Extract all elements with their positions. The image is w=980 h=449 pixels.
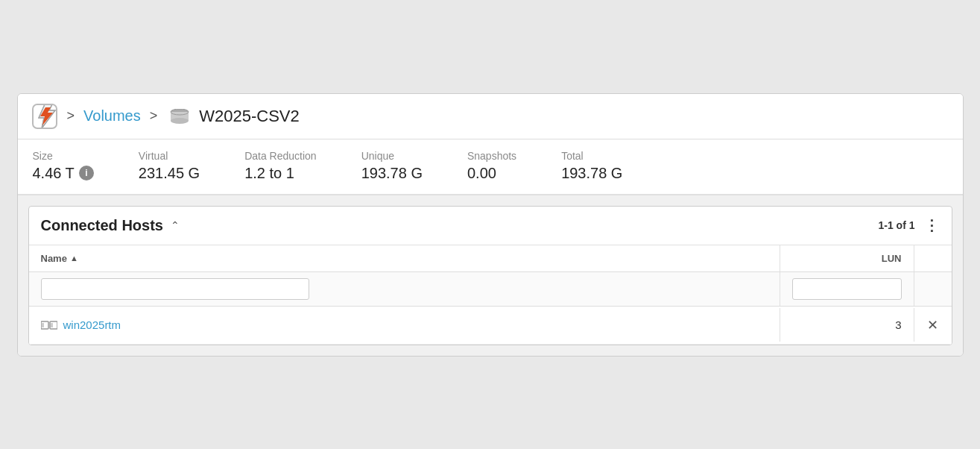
- col-action-cell: ✕: [914, 307, 952, 344]
- volume-icon: [169, 109, 190, 124]
- stat-total-label: Total: [561, 150, 622, 162]
- stats-row: Size 4.46 T i Virtual 231.45 G Data Redu…: [18, 139, 963, 195]
- stat-size-label: Size: [33, 150, 94, 162]
- kebab-menu-icon[interactable]: ⋮: [924, 218, 940, 233]
- pagination-text: 1-1 of 1: [878, 219, 914, 231]
- stat-size: Size 4.46 T i: [33, 150, 94, 182]
- table-header: Name ▲ LUN: [29, 245, 952, 272]
- filter-name-col: [29, 272, 780, 306]
- size-info-badge[interactable]: i: [79, 166, 94, 180]
- svg-rect-11: [51, 323, 53, 327]
- volume-name: W2025-CSV2: [199, 107, 300, 126]
- host-icon: [41, 320, 57, 330]
- lun-filter-input[interactable]: [792, 278, 902, 300]
- header: > Volumes > W2025-CSV2: [18, 94, 963, 139]
- stat-virtual-label: Virtual: [139, 150, 200, 162]
- filter-row: [29, 272, 952, 307]
- svg-rect-10: [42, 323, 44, 327]
- col-name-header[interactable]: Name ▲: [29, 245, 780, 271]
- panel-header-right: 1-1 of 1 ⋮: [878, 218, 939, 233]
- stat-unique-value: 193.78 G: [361, 165, 423, 182]
- stat-unique: Unique 193.78 G: [361, 150, 423, 182]
- stat-data-reduction-value: 1.2 to 1: [244, 165, 317, 182]
- stat-total-value: 193.78 G: [561, 165, 622, 182]
- col-lun-cell: 3: [780, 308, 914, 342]
- stat-snapshots-label: Snapshots: [467, 150, 516, 162]
- stat-size-value: 4.46 T i: [33, 165, 94, 182]
- connected-hosts-panel: Connected Hosts ⌃ 1-1 of 1 ⋮ Name ▲ LUN: [28, 206, 952, 345]
- stat-virtual-value: 231.45 G: [139, 165, 200, 182]
- main-card: > Volumes > W2025-CSV2 Size 4.46 T i Vir…: [17, 93, 964, 357]
- filter-lun-col: [780, 272, 914, 306]
- gray-section: Connected Hosts ⌃ 1-1 of 1 ⋮ Name ▲ LUN: [18, 195, 963, 356]
- breadcrumb-sep-2: >: [150, 108, 158, 124]
- chevron-up-icon[interactable]: ⌃: [171, 219, 180, 231]
- stat-total: Total 193.78 G: [561, 150, 622, 182]
- name-filter-input[interactable]: [41, 278, 309, 300]
- panel-title: Connected Hosts: [41, 217, 163, 234]
- panel-title-area: Connected Hosts ⌃: [41, 217, 180, 234]
- volumes-link[interactable]: Volumes: [83, 107, 141, 125]
- col-name-cell: win2025rtm: [29, 308, 780, 342]
- flash-icon: [31, 103, 58, 130]
- stat-unique-label: Unique: [361, 150, 423, 162]
- sort-asc-icon: ▲: [70, 254, 78, 263]
- panel-header: Connected Hosts ⌃ 1-1 of 1 ⋮: [29, 207, 952, 245]
- col-name-label: Name: [41, 253, 67, 264]
- remove-host-button[interactable]: ✕: [927, 318, 938, 333]
- stat-virtual: Virtual 231.45 G: [139, 150, 200, 182]
- svg-point-6: [171, 118, 189, 124]
- stat-snapshots: Snapshots 0.00: [467, 150, 516, 182]
- table-row: win2025rtm 3 ✕: [29, 307, 952, 345]
- col-lun-header[interactable]: LUN: [780, 245, 914, 271]
- host-name-link[interactable]: win2025rtm: [63, 318, 121, 331]
- stat-data-reduction: Data Reduction 1.2 to 1: [244, 150, 317, 182]
- breadcrumb-sep-1: >: [67, 108, 75, 124]
- stat-snapshots-value: 0.00: [467, 165, 516, 182]
- stat-data-reduction-label: Data Reduction: [244, 150, 317, 162]
